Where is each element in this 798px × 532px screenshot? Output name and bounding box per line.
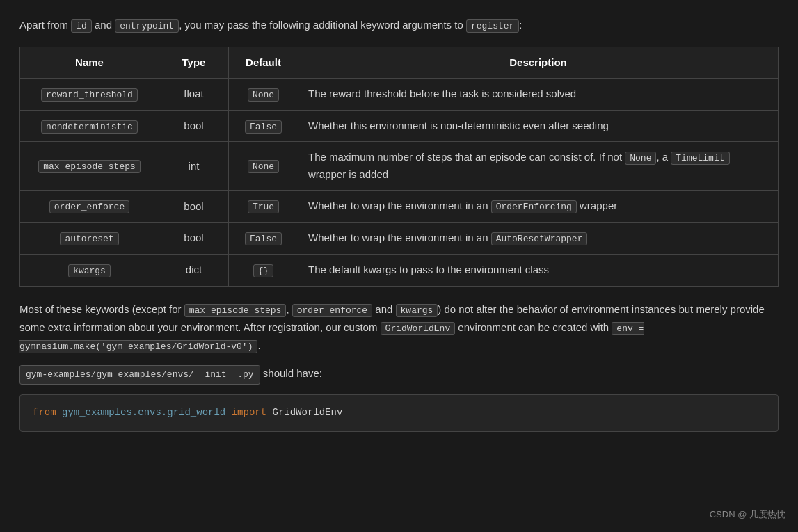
row5-name: autoreset [60,232,118,245]
intro-paragraph: Apart from id and entrypoint, you may pa… [19,17,779,34]
row2-default: False [245,120,282,134]
col-header-name: Name [20,47,159,78]
row1-description: The reward threshold before the task is … [298,78,779,110]
watermark-text: CSDN @ 几度热忱 [710,509,785,519]
row2-type: bool [184,120,203,131]
intro-code-id: id [71,19,92,33]
row4-desc-text2: wrapper [577,200,617,211]
row3-desc-code1: None [625,152,656,165]
outro-code3: kwargs [396,304,438,317]
arguments-table: Name Type Default Description reward_thr… [19,47,779,287]
col-header-type: Type [159,47,229,78]
table-row: autoreset bool False Whether to wrap the… [20,222,779,254]
row1-name: reward_threshold [41,88,138,102]
row1-type: float [184,88,203,99]
table-row: nondeterministic bool False Whether this… [20,110,779,142]
intro-text-middle1: and [92,19,115,31]
row3-desc-code2: TimeLimit [671,152,729,165]
outro-text5: environment can be created with [455,321,612,333]
row5-default: False [245,232,282,245]
row2-description: Whether this environment is non-determin… [298,110,779,142]
row4-description: Whether to wrap the environment in an Or… [298,191,779,223]
table-row: reward_threshold float None The reward t… [20,78,779,110]
row5-type: bool [184,232,203,243]
code-classname: GridWorldEnv [273,407,343,418]
intro-code-register: register [466,19,519,33]
table-header-row: Name Type Default Description [20,47,779,78]
table-row: max_episode_steps int None The maximum n… [20,142,779,191]
outro-text2: , [286,303,292,315]
table-row: kwargs dict {} The default kwargs to pas… [20,254,779,286]
outro-code1: max_episode_steps [184,304,287,317]
row5-desc-part1: Whether to wrap the environment in an [308,232,491,243]
col-header-description: Description [298,47,779,78]
outro-code2: order_enforce [292,304,372,317]
outro-text6: . [257,339,260,351]
row3-description: The maximum number of steps that an epis… [298,142,779,191]
row1-default: None [248,88,279,102]
row3-desc-part1: The maximum number of steps that an epis… [308,151,625,163]
intro-text-after: : [519,19,522,31]
watermark: CSDN @ 几度热忱 [710,508,785,522]
filepath-text-after: should have: [260,367,322,379]
row6-default: {} [253,264,274,277]
row4-name: order_enforce [49,200,129,213]
intro-code-entrypoint: entrypoint [115,19,179,33]
row4-type: bool [184,200,203,212]
row3-desc-text3: wrapper is added [308,168,388,180]
outro-text3: and [372,303,395,315]
code-block: from gym_examples.envs.grid_world import… [19,394,779,432]
intro-text-middle2: , you may pass the following additional … [179,19,466,31]
col-header-default: Default [229,47,298,78]
filepath-paragraph: gym-examples/gym_examples/envs/__init__.… [19,364,779,385]
outro-paragraph: Most of these keywords (except for max_e… [19,300,779,355]
filepath-code: gym-examples/gym_examples/envs/__init__.… [19,365,260,385]
row3-default: None [248,160,279,173]
row3-type: int [189,160,200,172]
row6-type: dict [186,264,202,275]
code-from-keyword: from [33,407,56,418]
row4-desc-code1: OrderEnforcing [491,200,577,213]
row5-description: Whether to wrap the environment in an Au… [298,222,779,254]
code-module: gym_examples.envs.grid_world [62,407,225,418]
table-row: order_enforce bool True Whether to wrap … [20,191,779,223]
outro-code4: GridWorldEnv [381,322,456,335]
outro-text1: Most of these keywords (except for [19,303,184,315]
code-import-keyword: import [232,407,266,418]
row4-desc-part1: Whether to wrap the environment in an [308,200,491,211]
row3-desc-text2: , a [656,151,671,163]
row4-default: True [248,200,279,213]
row6-description: The default kwargs to pass to the enviro… [298,254,779,286]
row6-name: kwargs [68,264,111,277]
row5-desc-code1: AutoResetWrapper [491,232,588,245]
row2-name: nondeterministic [41,120,138,134]
row3-name: max_episode_steps [38,160,141,173]
intro-text-before: Apart from [19,19,71,31]
